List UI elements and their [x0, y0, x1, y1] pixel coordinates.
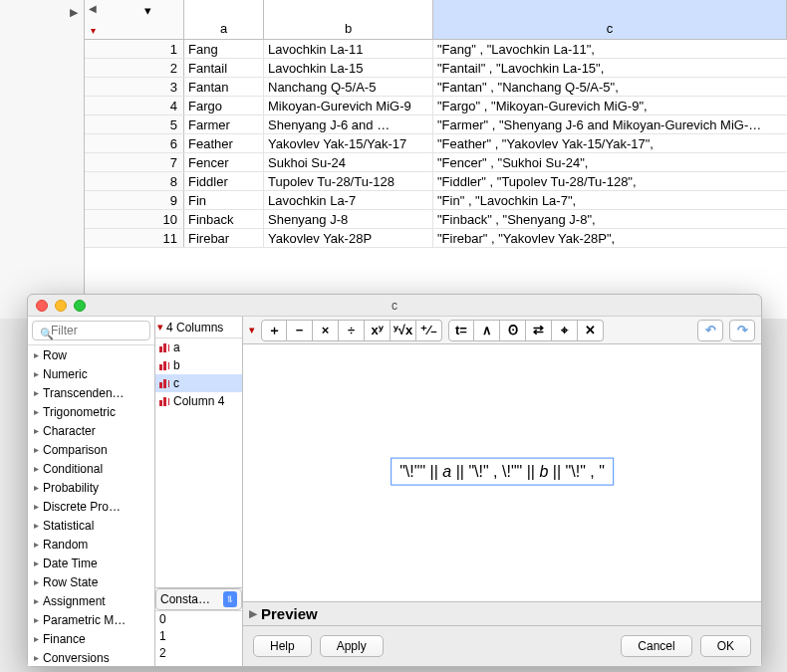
- row-number[interactable]: 3: [85, 78, 184, 96]
- row-number[interactable]: 1: [85, 40, 184, 58]
- category-item[interactable]: ▸Random: [28, 535, 154, 554]
- ok-button[interactable]: OK: [700, 635, 751, 657]
- menu-icon[interactable]: ▾: [249, 324, 255, 336]
- table-row[interactable]: 2 Fantail Lavochkin La-15 "Fantail" , "L…: [85, 59, 787, 78]
- cell[interactable]: Fencer: [184, 153, 264, 171]
- operator-button[interactable]: ʘ: [500, 320, 526, 341]
- sheet-body[interactable]: 1 Fang Lavochkin La-11 "Fang" , "Lavochk…: [85, 40, 787, 319]
- menu-icon[interactable]: ▾: [157, 321, 163, 334]
- category-item[interactable]: ▸Finance: [28, 629, 154, 648]
- column-header-c[interactable]: c: [433, 0, 787, 39]
- row-number[interactable]: 8: [85, 172, 184, 190]
- maximize-icon[interactable]: [74, 300, 86, 312]
- operator-button[interactable]: ʸ√x: [391, 320, 416, 341]
- close-icon[interactable]: [36, 300, 48, 312]
- cell[interactable]: Yakovlev Yak-28P: [264, 229, 433, 247]
- column-item[interactable]: a: [155, 338, 242, 356]
- cell[interactable]: "Feather" , "Yakovlev Yak-15/Yak-17",: [433, 134, 787, 152]
- operator-button[interactable]: ⌖: [552, 320, 578, 341]
- category-item[interactable]: ▸Probability: [28, 478, 154, 497]
- category-item[interactable]: ▸Transcenden…: [28, 383, 154, 402]
- minimize-icon[interactable]: [55, 300, 67, 312]
- operator-button[interactable]: xʸ: [365, 320, 391, 341]
- column-item[interactable]: Column 4: [155, 392, 242, 410]
- constants-list[interactable]: 012: [155, 610, 242, 666]
- cell[interactable]: Farmer: [184, 115, 264, 133]
- row-number[interactable]: 5: [85, 115, 184, 133]
- category-item[interactable]: ▸Date Time: [28, 554, 154, 572]
- cell[interactable]: Fin: [184, 191, 264, 209]
- category-item[interactable]: ▸Row: [28, 345, 154, 364]
- category-item[interactable]: ▸Trigonometric: [28, 402, 154, 421]
- row-number[interactable]: 7: [85, 153, 184, 171]
- redo-button[interactable]: ↷: [729, 320, 755, 341]
- column-item[interactable]: b: [155, 356, 242, 374]
- undo-button[interactable]: ↶: [697, 320, 723, 341]
- operator-button[interactable]: ∧: [474, 320, 500, 341]
- operator-button[interactable]: ÷: [339, 320, 365, 341]
- columns-header[interactable]: ▾ 4 Columns: [155, 317, 242, 338]
- cell[interactable]: "Finback" , "Shenyang J-8",: [433, 210, 787, 228]
- table-row[interactable]: 9 Fin Lavochkin La-7 "Fin" , "Lavochkin …: [85, 191, 787, 210]
- row-number[interactable]: 2: [85, 59, 184, 77]
- preview-bar[interactable]: ▶ Preview: [243, 602, 761, 626]
- column-header-a[interactable]: a: [184, 0, 264, 39]
- cell[interactable]: Tupolev Tu-28/Tu-128: [264, 172, 433, 190]
- cell[interactable]: "Firebar" , "Yakovlev Yak-28P",: [433, 229, 787, 247]
- category-item[interactable]: ▸Discrete Pro…: [28, 497, 154, 516]
- category-list[interactable]: ▸Row▸Numeric▸Transcenden…▸Trigonometric▸…: [28, 345, 154, 666]
- cell[interactable]: Nanchang Q-5/A-5: [264, 78, 433, 96]
- operator-button[interactable]: ×: [313, 320, 339, 341]
- disclosure-icon[interactable]: ▶: [249, 607, 257, 620]
- cell[interactable]: "Fin" , "Lavochkin La-7",: [433, 191, 787, 209]
- category-item[interactable]: ▸Comparison: [28, 440, 154, 459]
- table-row[interactable]: 11 Firebar Yakovlev Yak-28P "Firebar" , …: [85, 229, 787, 248]
- formula-expression[interactable]: "\!"" || a || "\!" , \!"" || b || "\!" ,…: [391, 458, 614, 486]
- operator-button[interactable]: ✕: [578, 320, 604, 341]
- cell[interactable]: "Fantail" , "Lavochkin La-15",: [433, 59, 787, 77]
- constant-item[interactable]: 0: [155, 611, 242, 628]
- row-number[interactable]: 6: [85, 134, 184, 152]
- apply-button[interactable]: Apply: [320, 635, 384, 657]
- cell[interactable]: Yakovlev Yak-15/Yak-17: [264, 134, 433, 152]
- help-button[interactable]: Help: [253, 635, 312, 657]
- cell[interactable]: "Fargo" , "Mikoyan-Gurevich MiG-9",: [433, 97, 787, 114]
- columns-list[interactable]: abcColumn 4: [155, 338, 242, 587]
- category-item[interactable]: ▸Row State: [28, 572, 154, 591]
- cancel-button[interactable]: Cancel: [621, 635, 691, 657]
- cell[interactable]: Lavochkin La-11: [264, 40, 433, 58]
- operator-button[interactable]: t=: [448, 320, 474, 341]
- cell[interactable]: Fargo: [184, 97, 264, 114]
- titlebar[interactable]: c: [28, 295, 761, 317]
- rownum-header[interactable]: ▾▾◀: [85, 0, 184, 39]
- row-number[interactable]: 11: [85, 229, 184, 247]
- constants-select[interactable]: Consta… ⥮: [155, 588, 242, 610]
- table-row[interactable]: 10 Finback Shenyang J-8 "Finback" , "She…: [85, 210, 787, 229]
- cell[interactable]: "Fiddler" , "Tupolev Tu-28/Tu-128",: [433, 172, 787, 190]
- cell[interactable]: Feather: [184, 134, 264, 152]
- cell[interactable]: "Fencer" , "Sukhoi Su-24",: [433, 153, 787, 171]
- cell[interactable]: Fantail: [184, 59, 264, 77]
- category-item[interactable]: ▸Statistical: [28, 516, 154, 535]
- column-item[interactable]: c: [155, 374, 242, 392]
- cell[interactable]: Sukhoi Su-24: [264, 153, 433, 171]
- constant-item[interactable]: 1: [155, 628, 242, 645]
- cell[interactable]: Shenyang J-6 and …: [264, 115, 433, 133]
- operator-button[interactable]: −: [287, 320, 313, 341]
- cell[interactable]: Finback: [184, 210, 264, 228]
- cell[interactable]: Firebar: [184, 229, 264, 247]
- operator-button[interactable]: ⇄: [526, 320, 552, 341]
- cell[interactable]: Fiddler: [184, 172, 264, 190]
- category-item[interactable]: ▸Assignment: [28, 591, 154, 610]
- cell[interactable]: Lavochkin La-7: [264, 191, 433, 209]
- table-row[interactable]: 5 Farmer Shenyang J-6 and … "Farmer" , "…: [85, 115, 787, 134]
- table-row[interactable]: 6 Feather Yakovlev Yak-15/Yak-17 "Feathe…: [85, 134, 787, 153]
- cell[interactable]: Fang: [184, 40, 264, 58]
- category-item[interactable]: ▸Numeric: [28, 364, 154, 383]
- table-row[interactable]: 1 Fang Lavochkin La-11 "Fang" , "Lavochk…: [85, 40, 787, 59]
- category-item[interactable]: ▸Character: [28, 421, 154, 440]
- operator-button[interactable]: ⁺∕₋: [416, 320, 442, 341]
- table-row[interactable]: 7 Fencer Sukhoi Su-24 "Fencer" , "Sukhoi…: [85, 153, 787, 172]
- cell[interactable]: Fantan: [184, 78, 264, 96]
- formula-area[interactable]: "\!"" || a || "\!" , \!"" || b || "\!" ,…: [243, 344, 761, 602]
